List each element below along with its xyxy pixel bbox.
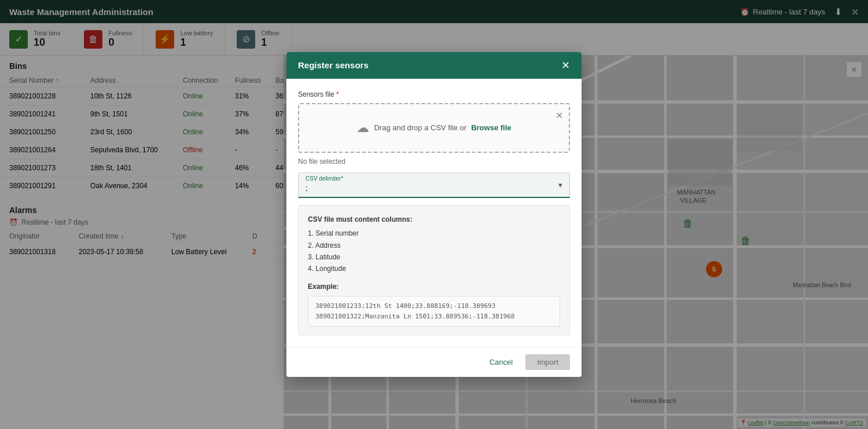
csv-column-item: 3. Latitude <box>308 251 560 263</box>
cancel-button[interactable]: Cancel <box>483 354 520 370</box>
csv-columns-list: 1. Serial number2. Address3. Latitude4. … <box>308 228 560 275</box>
register-sensors-modal: Register sensors ✕ Sensors file * ☁ Drag… <box>286 52 582 377</box>
modal-close-button[interactable]: ✕ <box>561 60 570 71</box>
no-file-text: No file selected <box>298 157 570 166</box>
modal-footer: Cancel Import <box>286 347 582 377</box>
example-line: 389021001322;Manzanita Ln 1501;33.889536… <box>315 311 553 322</box>
file-label: Sensors file * <box>298 90 570 98</box>
upload-cloud-icon: ☁ <box>356 120 369 135</box>
csv-column-item: 4. Longitude <box>308 263 560 274</box>
delimiter-value: ; <box>306 175 562 192</box>
csv-delimiter-field[interactable]: CSV delimiter* ; ▾ <box>298 173 570 198</box>
modal-title: Register sensors <box>298 60 369 70</box>
example-line: 389021001233;12th St 1400;33.888169;-118… <box>315 301 553 311</box>
drop-zone-close-button[interactable]: ✕ <box>556 110 563 121</box>
modal-header: Register sensors ✕ <box>286 52 582 79</box>
csv-delimiter-wrapper: CSV delimiter* ; ▾ <box>298 173 570 198</box>
delimiter-label: CSV delimiter* <box>306 175 343 182</box>
csv-columns-title: CSV file must content columns: <box>308 214 560 225</box>
file-drop-zone[interactable]: ☁ Drag and drop a CSV file or Browse fil… <box>298 103 570 153</box>
browse-file-link[interactable]: Browse file <box>471 123 511 132</box>
example-lines: 389021001233;12th St 1400;33.888169;-118… <box>315 301 553 321</box>
drop-text: Drag and drop a CSV file or <box>374 123 466 132</box>
csv-column-item: 2. Address <box>308 240 560 251</box>
modal-body: Sensors file * ☁ Drag and drop a CSV fil… <box>286 79 582 347</box>
csv-info-box: CSV file must content columns: 1. Serial… <box>298 205 570 336</box>
example-box: 389021001233;12th St 1400;33.888169;-118… <box>308 296 560 327</box>
csv-column-item: 1. Serial number <box>308 228 560 239</box>
example-label: Example: <box>308 281 560 292</box>
modal-overlay: Register sensors ✕ Sensors file * ☁ Drag… <box>0 0 868 429</box>
import-button[interactable]: Import <box>525 354 570 370</box>
